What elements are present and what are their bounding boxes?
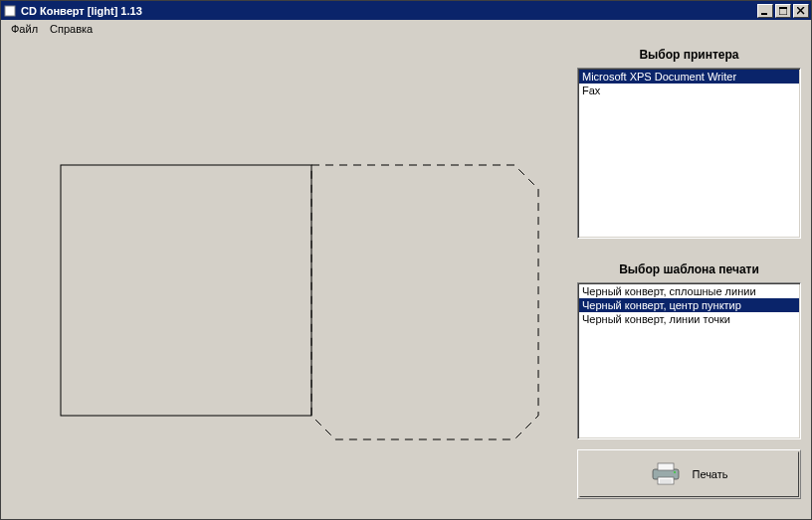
template-item-1[interactable]: Черный конверт, центр пунктир <box>579 298 799 312</box>
menubar: Файл Справка <box>1 20 811 38</box>
minimize-button[interactable] <box>757 4 773 18</box>
printer-item-1[interactable]: Fax <box>579 84 799 97</box>
printer-section-header: Выбор принтера <box>577 48 801 62</box>
print-button-label: Печать <box>692 468 727 480</box>
svg-point-13 <box>674 471 676 473</box>
app-window: CD Конверт [light] 1.13 Файл Справка <box>0 0 812 520</box>
window-title: CD Конверт [light] 1.13 <box>21 5 755 17</box>
content-area: Выбор принтера Microsoft XPS Document Wr… <box>1 38 811 519</box>
envelope-preview <box>11 38 568 515</box>
menu-file[interactable]: Файл <box>7 22 46 36</box>
app-icon <box>3 4 17 18</box>
window-controls <box>755 4 809 18</box>
printer-listbox[interactable]: Microsoft XPS Document WriterFax <box>577 68 801 239</box>
printer-item-0[interactable]: Microsoft XPS Document Writer <box>579 70 799 84</box>
svg-rect-9 <box>658 463 674 470</box>
maximize-button[interactable] <box>775 4 791 18</box>
svg-rect-3 <box>779 7 787 9</box>
print-button[interactable]: Печать <box>579 451 799 497</box>
template-item-2[interactable]: Черный конверт, линии точки <box>579 312 799 326</box>
template-listbox[interactable]: Черный конверт, сплошные линииЧерный кон… <box>577 282 801 439</box>
template-item-0[interactable]: Черный конверт, сплошные линии <box>579 284 799 298</box>
svg-rect-6 <box>61 165 311 416</box>
svg-rect-0 <box>5 6 15 16</box>
print-button-frame: Печать <box>577 449 801 499</box>
template-section-header: Выбор шаблона печати <box>577 262 801 276</box>
svg-rect-1 <box>761 13 767 15</box>
titlebar: CD Конверт [light] 1.13 <box>1 1 811 20</box>
printer-icon <box>650 461 682 487</box>
svg-rect-10 <box>658 477 674 484</box>
right-panel: Выбор принтера Microsoft XPS Document Wr… <box>577 42 801 499</box>
close-button[interactable] <box>793 4 809 18</box>
menu-help[interactable]: Справка <box>46 22 101 36</box>
